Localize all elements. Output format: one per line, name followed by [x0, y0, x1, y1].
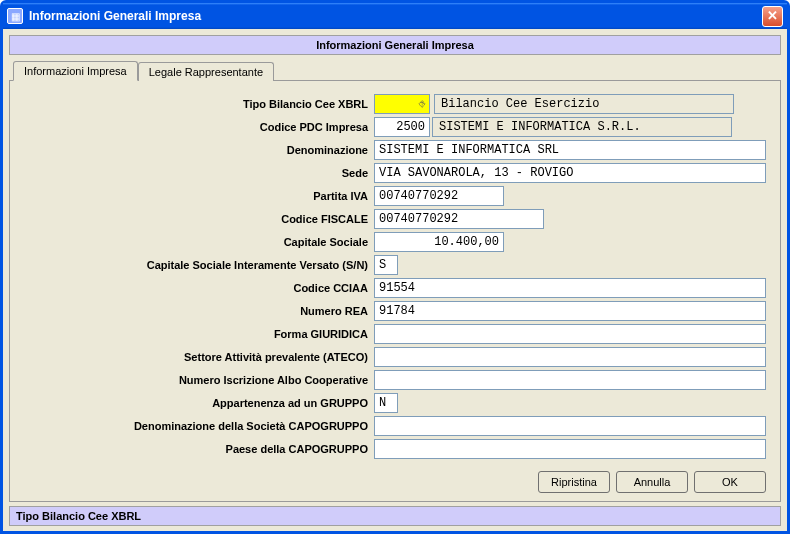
label-capitale-versato: Capitale Sociale Interamente Versato (S/… — [24, 259, 374, 271]
page-header: Informazioni Generali Impresa — [9, 35, 781, 55]
form-area: Tipo Bilancio Cee XBRL ⯑ Bilancio Cee Es… — [24, 93, 766, 461]
label-paese-capogruppo: Paese della CAPOGRUPPO — [24, 443, 374, 455]
row-denominazione-capogruppo: Denominazione della Società CAPOGRUPPO — [24, 415, 766, 437]
label-denominazione-capogruppo: Denominazione della Società CAPOGRUPPO — [24, 420, 374, 432]
tab-informazioni-impresa[interactable]: Informazioni Impresa — [13, 61, 138, 81]
status-bar: Tipo Bilancio Cee XBRL — [9, 506, 781, 526]
label-partita-iva: Partita IVA — [24, 190, 374, 202]
appartenenza-gruppo-input[interactable] — [374, 393, 398, 413]
label-denominazione: Denominazione — [24, 144, 374, 156]
label-numero-rea: Numero REA — [24, 305, 374, 317]
row-capitale-sociale: Capitale Sociale — [24, 231, 766, 253]
row-numero-rea: Numero REA — [24, 300, 766, 322]
capitale-sociale-input[interactable] — [374, 232, 504, 252]
row-sede: Sede — [24, 162, 766, 184]
titlebar: ▦ Informazioni Generali Impresa ✕ — [3, 3, 787, 29]
numero-rea-input[interactable] — [374, 301, 766, 321]
row-codice-fiscale: Codice FISCALE — [24, 208, 766, 230]
label-codice-pdc: Codice PDC Impresa — [24, 121, 374, 133]
sede-input[interactable] — [374, 163, 766, 183]
window-title: Informazioni Generali Impresa — [29, 9, 762, 23]
paese-capogruppo-input[interactable] — [374, 439, 766, 459]
annulla-button[interactable]: Annulla — [616, 471, 688, 493]
close-button[interactable]: ✕ — [762, 6, 783, 27]
app-icon: ▦ — [7, 8, 23, 24]
label-settore-ateco: Settore Attività prevalente (ATECO) — [24, 351, 374, 363]
row-denominazione: Denominazione — [24, 139, 766, 161]
label-codice-cciaa: Codice CCIAA — [24, 282, 374, 294]
label-appartenenza-gruppo: Appartenenza ad un GRUPPO — [24, 397, 374, 409]
iscrizione-albo-input[interactable] — [374, 370, 766, 390]
row-tipo-bilancio: Tipo Bilancio Cee XBRL ⯑ Bilancio Cee Es… — [24, 93, 766, 115]
codice-pdc-input[interactable] — [374, 117, 430, 137]
button-row: Ripristina Annulla OK — [24, 461, 766, 493]
denominazione-input[interactable] — [374, 140, 766, 160]
settore-ateco-input[interactable] — [374, 347, 766, 367]
forma-giuridica-input[interactable] — [374, 324, 766, 344]
label-sede: Sede — [24, 167, 374, 179]
row-capitale-versato: Capitale Sociale Interamente Versato (S/… — [24, 254, 766, 276]
label-forma-giuridica: Forma GIURIDICA — [24, 328, 374, 340]
lookup-icon: ⯑ — [418, 99, 427, 109]
partita-iva-input[interactable] — [374, 186, 504, 206]
codice-fiscale-input[interactable] — [374, 209, 544, 229]
codice-pdc-desc: SISTEMI E INFORMATICA S.R.L. — [432, 117, 732, 137]
tab-bar: Informazioni Impresa Legale Rappresentan… — [9, 61, 781, 81]
ripristina-button[interactable]: Ripristina — [538, 471, 610, 493]
label-iscrizione-albo: Numero Iscrizione Albo Cooperative — [24, 374, 374, 386]
row-settore-ateco: Settore Attività prevalente (ATECO) — [24, 346, 766, 368]
tipo-bilancio-lookup[interactable]: ⯑ — [374, 94, 430, 114]
row-iscrizione-albo: Numero Iscrizione Albo Cooperative — [24, 369, 766, 391]
row-codice-pdc: Codice PDC Impresa SISTEMI E INFORMATICA… — [24, 116, 766, 138]
tab-label: Legale Rappresentante — [149, 66, 263, 78]
tipo-bilancio-desc: Bilancio Cee Esercizio — [434, 94, 734, 114]
label-tipo-bilancio: Tipo Bilancio Cee XBRL — [24, 98, 374, 110]
tab-label: Informazioni Impresa — [24, 65, 127, 77]
label-capitale-sociale: Capitale Sociale — [24, 236, 374, 248]
codice-cciaa-input[interactable] — [374, 278, 766, 298]
app-window: ▦ Informazioni Generali Impresa ✕ Inform… — [0, 0, 790, 534]
capitale-versato-input[interactable] — [374, 255, 398, 275]
content-area: Informazioni Generali Impresa Informazio… — [3, 29, 787, 532]
ok-button[interactable]: OK — [694, 471, 766, 493]
row-forma-giuridica: Forma GIURIDICA — [24, 323, 766, 345]
row-paese-capogruppo: Paese della CAPOGRUPPO — [24, 438, 766, 460]
label-codice-fiscale: Codice FISCALE — [24, 213, 374, 225]
row-appartenenza-gruppo: Appartenenza ad un GRUPPO — [24, 392, 766, 414]
row-codice-cciaa: Codice CCIAA — [24, 277, 766, 299]
tab-legale-rappresentante[interactable]: Legale Rappresentante — [138, 62, 274, 81]
denominazione-capogruppo-input[interactable] — [374, 416, 766, 436]
tab-panel: Tipo Bilancio Cee XBRL ⯑ Bilancio Cee Es… — [9, 80, 781, 502]
row-partita-iva: Partita IVA — [24, 185, 766, 207]
